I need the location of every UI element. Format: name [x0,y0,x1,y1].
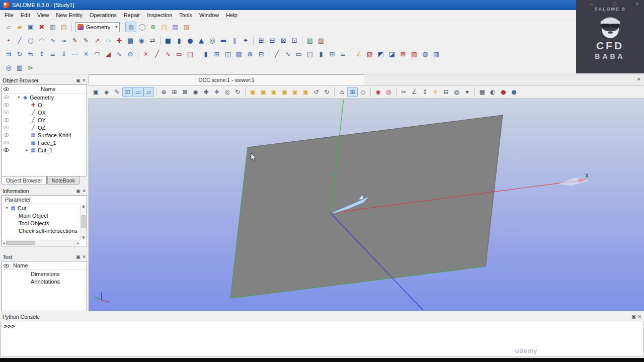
partition-icon[interactable]: ⊟ [256,49,267,59]
mirror-icon[interactable]: ⇋ [25,49,36,59]
left-view-icon[interactable]: ▣ [290,87,300,97]
perspective-projection-icon[interactable]: ◇ [358,87,368,97]
tree-item-oz[interactable]: ╱OZ [2,124,87,131]
chamfer-icon[interactable]: ◢ [103,49,114,59]
minimize-view-icon[interactable]: ⊟ [441,87,451,97]
ray-tracing-menu-icon[interactable]: ◍ [451,87,462,97]
tab-object-browser[interactable]: Object Browser [2,176,47,185]
fit-all-icon[interactable]: ⊕ [158,87,169,97]
close-panel-icon[interactable]: ✕ [637,314,641,319]
sketch-selection-icon[interactable]: ✎ [112,87,122,97]
paste-icon[interactable]: ▤ [58,22,69,32]
visibility-eye-icon[interactable] [4,133,9,137]
what-is-icon[interactable]: ⊳ [25,62,36,73]
isoline-icon[interactable]: ≈ [58,35,69,46]
fuse-icon[interactable]: ⊞ [256,35,267,46]
menu-file[interactable]: File [1,11,17,20]
archimede-icon[interactable]: ⊘ [125,49,136,59]
float-panel-icon[interactable]: ▣ [76,254,80,259]
box-icon[interactable]: ■ [163,35,174,46]
visibility-eye-icon[interactable] [4,103,9,107]
build-compound-icon[interactable]: ⊞ [327,49,338,59]
local-coordinate-system-icon[interactable]: ✚ [114,35,125,46]
build-wire-icon[interactable]: ∿ [282,49,293,59]
tab-notebook[interactable]: NoteBook [47,176,79,185]
fit-area-icon[interactable]: ⊞ [169,87,180,97]
build-solid-icon[interactable]: ▮ [315,49,327,59]
occ-3d-scene[interactable]: X [89,99,644,311]
scroll-right-icon[interactable]: ▸ [77,241,79,245]
menu-edit[interactable]: Edit [17,11,34,20]
panning-icon[interactable]: ✚ [201,87,211,97]
sketcher-3d-icon[interactable]: ✎ [80,35,92,46]
check-shape-icon[interactable]: ◩ [375,49,386,59]
dropdown-arrow-icon[interactable]: ▾ [462,87,472,97]
close-panel-icon[interactable]: ✕ [82,189,86,194]
expander-icon[interactable]: ▾ [16,95,22,100]
curve-icon[interactable]: ∿ [47,35,58,46]
build-face-icon[interactable]: ▭ [293,49,304,59]
hide-all-icon[interactable]: ▥ [170,22,181,32]
minimize-icon[interactable]: — [589,2,594,7]
translate-icon[interactable]: ⇉ [3,49,14,59]
tree-item-ox[interactable]: ╱OX [2,109,87,116]
global-panning-icon[interactable]: ✚ [211,87,222,97]
interaction-style-icon[interactable]: ◈ [101,87,112,97]
free-faces-icon[interactable]: ▧ [364,49,375,59]
tree-item-o[interactable]: ✚O [2,101,87,109]
cylinder-icon[interactable]: ▮ [174,35,185,46]
visibility-eye-icon[interactable] [4,96,9,99]
copy-icon[interactable]: ▥ [47,22,58,32]
inspect-object-icon[interactable]: ◍ [420,49,431,59]
menu-new-entity[interactable]: New Entity [52,11,86,20]
menu-operations[interactable]: Operations [86,11,120,20]
close-panel-icon[interactable]: ✕ [82,254,86,259]
self-intersections-icon[interactable]: ⊠ [397,49,409,59]
scrollbar-thumb[interactable] [82,215,86,228]
enable-selection-icon[interactable]: ⊡ [122,87,133,97]
face-red-icon[interactable]: ▭ [174,49,185,59]
environment-texture-icon[interactable]: ▦ [477,87,488,97]
restore-view-icon[interactable]: ◎ [383,87,394,97]
menu-view[interactable]: View [34,11,53,20]
build-shell-icon[interactable]: ▤ [304,49,315,59]
plane-icon[interactable]: ▱ [103,35,114,46]
maximize-icon[interactable]: ▢ [612,2,617,7]
change-rotation-point-icon[interactable]: ◎ [222,87,232,97]
import-picture-icon[interactable]: ▧ [304,35,315,46]
viewer-tab[interactable]: OCC scene:1 - viewer:1 [89,74,364,85]
viewer-close-icon[interactable]: ✕ [637,76,641,82]
point-icon[interactable]: • [3,35,14,46]
tree-item-main-object[interactable]: Main Object [2,212,80,219]
common-icon[interactable]: ⊟ [267,35,278,46]
compound-icon[interactable]: ⊞ [211,49,222,59]
circle-icon[interactable]: ○ [25,35,36,46]
fillet-icon[interactable]: ◠ [92,49,103,59]
text-column-header[interactable]: Name [2,261,87,270]
visibility-eye-icon[interactable] [4,141,9,144]
expander-icon[interactable]: ▸ [24,148,30,152]
dump-view-icon[interactable]: ▣ [91,87,101,97]
line-icon[interactable]: ╱ [14,35,25,46]
torus-icon[interactable]: ◎ [207,35,218,46]
build-edge-icon[interactable]: ╱ [271,49,282,59]
light-source-icon[interactable]: ◐ [488,87,498,97]
top-view-icon[interactable]: ▣ [269,87,279,97]
quad-face-icon[interactable]: ◫ [222,49,233,59]
fit-selection-icon[interactable]: ⊠ [180,87,190,97]
tree-item-cut[interactable]: ▾▦Cut [2,204,80,212]
tree-item-tool-objects[interactable]: Tool Objects [2,219,80,227]
tree-item-oy[interactable]: ╱OY [2,116,87,124]
visibility-eye-icon[interactable] [4,148,9,152]
tree-item-surface-knit4[interactable]: ▦Surface-Knit4 [2,131,87,139]
horizontal-scrollbar[interactable]: ◂ ▸ [2,240,80,246]
close-panel-icon[interactable]: ✕ [82,78,86,83]
expander-icon[interactable]: ▾ [4,206,10,210]
tree-item-check-self-intersections[interactable]: Check self-intersections [2,227,80,234]
axial-scaling-icon[interactable]: ↕ [420,87,430,97]
wire-icon[interactable]: ∿ [163,49,174,59]
front-view-icon[interactable]: ▣ [248,87,258,97]
tree-item-face-1[interactable]: ▦Face_1 [2,139,87,146]
python-console-input[interactable]: >>> [1,321,643,357]
open-document-icon[interactable]: ▰ [14,22,25,32]
